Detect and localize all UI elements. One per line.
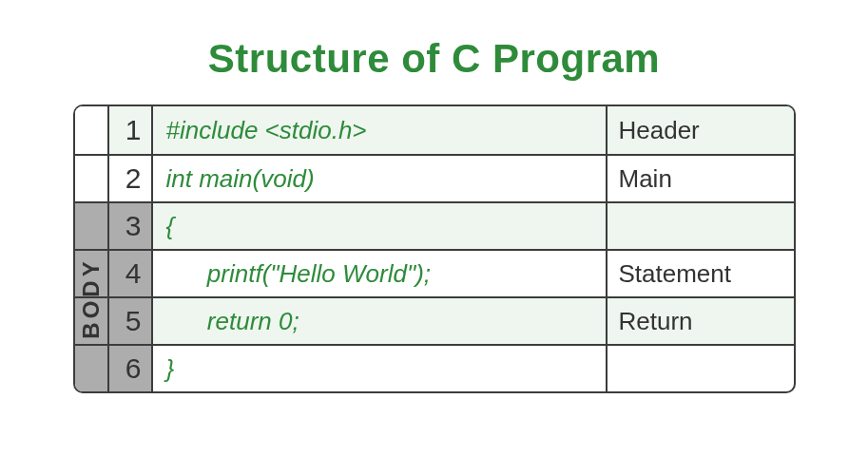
line-number: 4	[109, 251, 153, 296]
diagram-title: Structure of C Program	[208, 36, 660, 82]
structure-table: 1 #include <stdio.h> Header 2 int main(v…	[73, 104, 796, 393]
line-number: 3	[109, 203, 153, 249]
table-row: 2 int main(void) Main	[75, 154, 794, 201]
part-label: Header	[608, 106, 794, 154]
line-number: 5	[109, 298, 153, 344]
table-row: 6 }	[75, 344, 794, 391]
part-label	[608, 203, 794, 249]
line-number: 6	[109, 346, 153, 391]
table-row: 1 #include <stdio.h> Header	[75, 106, 794, 154]
line-number: 1	[109, 106, 153, 154]
table-row: BODY 3 {	[75, 201, 794, 249]
body-column-spacer	[75, 156, 109, 201]
code-cell: printf("Hello World");	[153, 251, 608, 296]
part-label: Statement	[608, 251, 794, 296]
body-label-cell: BODY	[75, 203, 109, 249]
body-label-text: BODY	[78, 257, 105, 338]
code-cell: {	[153, 203, 608, 249]
table-row: 5 return 0; Return	[75, 296, 794, 344]
body-column-spacer	[75, 106, 109, 154]
code-cell: }	[153, 346, 608, 391]
table-row: 4 printf("Hello World"); Statement	[75, 249, 794, 296]
code-cell: return 0;	[153, 298, 608, 344]
line-number: 2	[109, 156, 153, 201]
part-label	[608, 346, 794, 391]
part-label: Main	[608, 156, 794, 201]
body-column-spacer	[75, 346, 109, 391]
code-cell: int main(void)	[153, 156, 608, 201]
code-cell: #include <stdio.h>	[153, 106, 608, 154]
part-label: Return	[608, 298, 794, 344]
